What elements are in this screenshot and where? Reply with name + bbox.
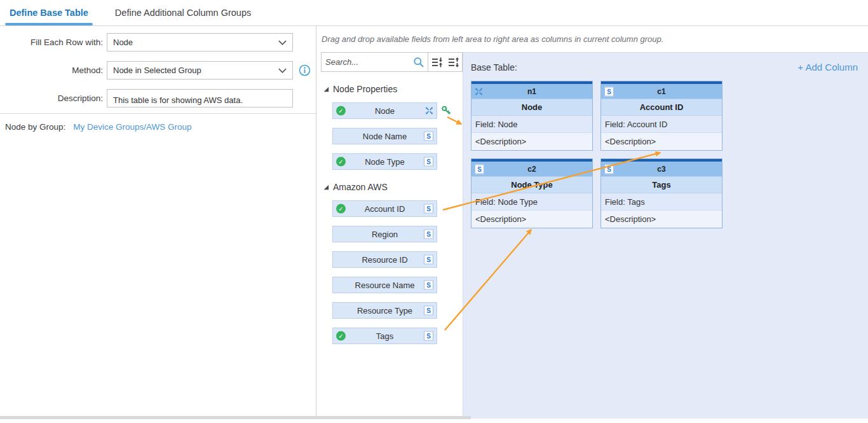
bottom-border bbox=[0, 416, 471, 419]
field-label: Resource Name bbox=[355, 281, 415, 290]
string-type-icon: S bbox=[424, 281, 433, 290]
selected-check-icon: ✓ bbox=[336, 106, 346, 116]
string-type-icon: S bbox=[424, 230, 433, 239]
field-row-resource-type: Resource TypeS bbox=[332, 302, 437, 319]
column-id: c2 bbox=[527, 165, 536, 174]
field-label: Node Name bbox=[363, 132, 407, 141]
node-by-group-row: Node by Group: My Device Groups/AWS Grou… bbox=[0, 122, 316, 132]
field-pill-resource-name[interactable]: Resource NameS bbox=[332, 277, 437, 293]
field-label: Account ID bbox=[365, 204, 405, 214]
description-input[interactable] bbox=[107, 89, 293, 107]
base-table-title: Base Table: bbox=[471, 62, 517, 73]
field-label: Resource ID bbox=[362, 255, 407, 265]
drag-drop-hint: Drag and drop available fields from left… bbox=[322, 34, 663, 44]
column-id: c1 bbox=[657, 87, 665, 96]
base-table-settings-panel: Fill Each Row with: Node Method: Node in… bbox=[0, 26, 316, 416]
description-label: Description: bbox=[0, 94, 103, 103]
column-group-canvas: Base Table: + Add Column n1NodeField: No… bbox=[463, 52, 868, 419]
string-type-icon: S bbox=[604, 87, 614, 96]
string-type-icon: S bbox=[424, 132, 433, 141]
selected-check-icon: ✓ bbox=[336, 331, 346, 341]
string-type-icon: S bbox=[424, 306, 433, 316]
column-field: Field: Tags bbox=[601, 193, 722, 211]
string-type-icon: S bbox=[475, 164, 484, 174]
tab-define-base-table[interactable]: Define Base Table bbox=[10, 0, 88, 25]
string-type-icon: S bbox=[424, 255, 433, 265]
field-pill-node-type[interactable]: ✓Node TypeS bbox=[332, 153, 437, 170]
selected-check-icon: ✓ bbox=[336, 204, 346, 214]
chevron-down-icon bbox=[278, 40, 287, 45]
field-pill-node[interactable]: ✓Node bbox=[332, 102, 437, 119]
canvas-header: Base Table: + Add Column bbox=[471, 62, 858, 73]
column-card-c2[interactable]: Sc2Node TypeField: Node Type<Description… bbox=[471, 158, 593, 228]
column-id: c3 bbox=[657, 165, 665, 174]
column-description[interactable]: <Description> bbox=[601, 211, 722, 228]
card-id-row: Sc2 bbox=[471, 162, 592, 177]
field-pill-account-id[interactable]: ✓Account IDS bbox=[332, 200, 437, 217]
column-name: Node Type bbox=[471, 177, 592, 193]
string-type-icon: S bbox=[424, 281, 433, 290]
tab-define-additional-column-groups[interactable]: Define Additional Column Groups bbox=[115, 0, 251, 25]
method-row: Method: Node in Selected Group bbox=[0, 61, 316, 80]
group-header-node-properties[interactable]: Node Properties bbox=[323, 83, 463, 94]
search-input[interactable] bbox=[322, 57, 410, 67]
field-row-tags: ✓TagsS bbox=[332, 328, 437, 344]
field-label: Node Type bbox=[365, 157, 405, 167]
string-type-icon: S bbox=[424, 331, 433, 341]
chevron-down-icon bbox=[278, 68, 287, 73]
field-label: Node bbox=[375, 106, 395, 116]
key-field-icon bbox=[441, 106, 452, 116]
method-select[interactable]: Node in Selected Group bbox=[107, 61, 293, 80]
node-by-group-link[interactable]: My Device Groups/AWS Group bbox=[73, 122, 191, 132]
fill-each-row-label: Fill Each Row with: bbox=[0, 38, 103, 47]
tabbar: Define Base Table Define Additional Colu… bbox=[0, 0, 868, 26]
field-pill-resource-id[interactable]: Resource IDS bbox=[332, 251, 437, 268]
fill-each-row-row: Fill Each Row with: Node bbox=[0, 33, 316, 52]
card-id-row: n1 bbox=[471, 84, 592, 99]
add-column-button[interactable]: + Add Column bbox=[797, 62, 858, 73]
expand-all-button[interactable] bbox=[445, 53, 462, 71]
field-label: Tags bbox=[376, 331, 393, 341]
column-description[interactable]: <Description> bbox=[601, 133, 722, 150]
search-icon[interactable] bbox=[410, 53, 427, 71]
string-type-icon: S bbox=[475, 164, 484, 174]
method-value: Node in Selected Group bbox=[113, 66, 201, 75]
field-pill-region[interactable]: RegionS bbox=[332, 226, 437, 242]
group-name: Node Properties bbox=[333, 84, 397, 94]
field-pill-tags[interactable]: ✓TagsS bbox=[332, 328, 437, 344]
card-id-row: Sc1 bbox=[601, 84, 722, 99]
string-type-icon: S bbox=[604, 87, 614, 96]
field-row-region: RegionS bbox=[332, 226, 437, 242]
string-type-icon: S bbox=[424, 331, 433, 341]
field-pill-resource-type[interactable]: Resource TypeS bbox=[332, 302, 437, 319]
column-name: Node bbox=[471, 99, 592, 116]
column-card-c3[interactable]: Sc3TagsField: Tags<Description> bbox=[600, 158, 722, 228]
string-type-icon: S bbox=[424, 230, 433, 239]
column-card-c1[interactable]: Sc1Account IDField: Account ID<Descripti… bbox=[600, 81, 722, 151]
column-description[interactable]: <Description> bbox=[471, 133, 592, 150]
column-description[interactable]: <Description> bbox=[471, 211, 592, 228]
string-type-icon: S bbox=[424, 132, 433, 141]
available-fields-panel: Node Properties✓NodeNode NameS✓Node Type… bbox=[317, 52, 463, 416]
info-icon[interactable] bbox=[299, 64, 311, 76]
fill-each-row-value: Node bbox=[113, 38, 133, 47]
field-row-account-id: ✓Account IDS bbox=[332, 200, 437, 217]
field-row-resource-id: Resource IDS bbox=[332, 251, 437, 268]
collapse-all-button[interactable] bbox=[429, 53, 445, 71]
define-table-dialog: Define Base Table Define Additional Colu… bbox=[0, 0, 868, 423]
field-pill-node-name[interactable]: Node NameS bbox=[332, 128, 437, 144]
fields-toolbar bbox=[321, 52, 463, 72]
expand-all-icon bbox=[447, 56, 460, 69]
field-row-node: ✓Node bbox=[332, 102, 437, 119]
column-field: Field: Node Type bbox=[471, 193, 592, 211]
group-name: Amazon AWS bbox=[333, 182, 388, 192]
column-field: Field: Account ID bbox=[601, 116, 722, 133]
group-header-amazon-aws[interactable]: Amazon AWS bbox=[323, 181, 463, 192]
group-expanded-icon bbox=[323, 84, 329, 94]
column-name: Tags bbox=[601, 177, 722, 193]
field-label: Region bbox=[372, 230, 398, 239]
column-field: Field: Node bbox=[471, 116, 592, 133]
column-card-n1[interactable]: n1NodeField: Node<Description> bbox=[471, 81, 593, 151]
description-row: Description: bbox=[0, 89, 316, 107]
fill-each-row-select[interactable]: Node bbox=[107, 33, 293, 52]
